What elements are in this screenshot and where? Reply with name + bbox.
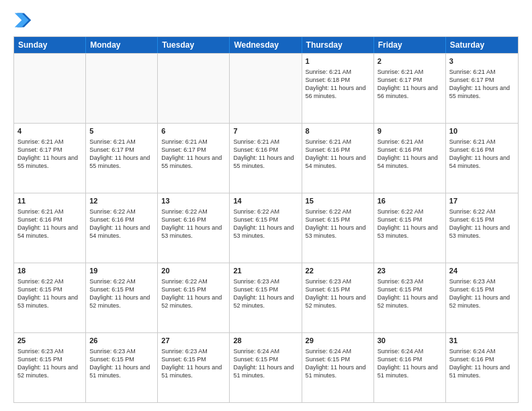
cell-details: Sunrise: 6:21 AMSunset: 6:17 PMDaylight:…: [378, 68, 442, 101]
day-number: 25: [17, 336, 82, 346]
cell-details: Sunrise: 6:22 AMSunset: 6:15 PMDaylight:…: [161, 277, 226, 310]
calendar-cell: 25Sunrise: 6:23 AMSunset: 6:15 PMDayligh…: [14, 333, 86, 402]
calendar-header-cell: Saturday: [446, 37, 518, 53]
calendar-cell: 23Sunrise: 6:23 AMSunset: 6:15 PMDayligh…: [374, 263, 446, 332]
calendar-cell: 27Sunrise: 6:23 AMSunset: 6:15 PMDayligh…: [158, 333, 230, 402]
cell-details: Sunrise: 6:24 AMSunset: 6:15 PMDaylight:…: [306, 347, 370, 380]
cell-details: Sunrise: 6:24 AMSunset: 6:16 PMDaylight:…: [449, 347, 515, 380]
calendar-cell: [158, 54, 230, 123]
cell-details: Sunrise: 6:22 AMSunset: 6:15 PMDaylight:…: [233, 208, 298, 240]
calendar-cell: 8Sunrise: 6:21 AMSunset: 6:16 PMDaylight…: [302, 124, 374, 193]
day-number: 21: [233, 266, 298, 276]
cell-details: Sunrise: 6:21 AMSunset: 6:17 PMDaylight:…: [89, 138, 154, 171]
calendar-cell: [86, 54, 158, 123]
day-number: 8: [306, 126, 370, 136]
day-number: 18: [17, 266, 82, 276]
cell-details: Sunrise: 6:21 AMSunset: 6:16 PMDaylight:…: [306, 138, 370, 171]
calendar-header-cell: Sunday: [14, 37, 86, 53]
calendar-header-cell: Monday: [86, 37, 158, 53]
calendar-cell: 28Sunrise: 6:24 AMSunset: 6:15 PMDayligh…: [230, 333, 302, 402]
cell-details: Sunrise: 6:24 AMSunset: 6:16 PMDaylight:…: [378, 347, 442, 380]
day-number: 6: [161, 126, 226, 136]
cell-details: Sunrise: 6:23 AMSunset: 6:15 PMDaylight:…: [161, 347, 226, 380]
calendar-cell: 15Sunrise: 6:22 AMSunset: 6:15 PMDayligh…: [302, 193, 374, 263]
day-number: 17: [449, 196, 515, 206]
day-number: 4: [17, 126, 82, 136]
cell-details: Sunrise: 6:22 AMSunset: 6:15 PMDaylight:…: [306, 208, 370, 240]
day-number: 19: [89, 266, 154, 276]
cell-details: Sunrise: 6:21 AMSunset: 6:17 PMDaylight:…: [161, 138, 226, 171]
cell-details: Sunrise: 6:21 AMSunset: 6:18 PMDaylight:…: [306, 68, 370, 101]
cell-details: Sunrise: 6:24 AMSunset: 6:15 PMDaylight:…: [233, 347, 298, 380]
day-number: 29: [306, 336, 370, 346]
calendar-cell: 5Sunrise: 6:21 AMSunset: 6:17 PMDaylight…: [86, 124, 158, 193]
calendar-header-cell: Wednesday: [230, 37, 302, 53]
cell-details: Sunrise: 6:23 AMSunset: 6:15 PMDaylight:…: [17, 347, 82, 380]
calendar-header-row: SundayMondayTuesdayWednesdayThursdayFrid…: [14, 37, 518, 53]
cell-details: Sunrise: 6:22 AMSunset: 6:15 PMDaylight:…: [449, 208, 515, 240]
calendar-cell: 3Sunrise: 6:21 AMSunset: 6:17 PMDaylight…: [446, 54, 518, 123]
svg-marker-1: [15, 13, 29, 28]
day-number: 9: [378, 126, 442, 136]
calendar-cell: 12Sunrise: 6:22 AMSunset: 6:16 PMDayligh…: [86, 193, 158, 263]
calendar-cell: 31Sunrise: 6:24 AMSunset: 6:16 PMDayligh…: [446, 333, 518, 402]
day-number: 5: [89, 126, 154, 136]
cell-details: Sunrise: 6:21 AMSunset: 6:17 PMDaylight:…: [449, 68, 515, 101]
calendar-cell: 20Sunrise: 6:22 AMSunset: 6:15 PMDayligh…: [158, 263, 230, 332]
calendar-cell: 1Sunrise: 6:21 AMSunset: 6:18 PMDaylight…: [302, 54, 374, 123]
calendar-cell: 24Sunrise: 6:23 AMSunset: 6:15 PMDayligh…: [446, 263, 518, 332]
calendar: SundayMondayTuesdayWednesdayThursdayFrid…: [13, 36, 519, 403]
calendar-cell: 2Sunrise: 6:21 AMSunset: 6:17 PMDaylight…: [374, 54, 446, 123]
day-number: 12: [89, 196, 154, 206]
day-number: 11: [17, 196, 82, 206]
calendar-cell: 14Sunrise: 6:22 AMSunset: 6:15 PMDayligh…: [230, 193, 302, 263]
calendar-row: 18Sunrise: 6:22 AMSunset: 6:15 PMDayligh…: [14, 263, 518, 332]
calendar-cell: 4Sunrise: 6:21 AMSunset: 6:17 PMDaylight…: [14, 124, 86, 193]
calendar-cell: 13Sunrise: 6:22 AMSunset: 6:16 PMDayligh…: [158, 193, 230, 263]
calendar-cell: [230, 54, 302, 123]
calendar-cell: 10Sunrise: 6:21 AMSunset: 6:16 PMDayligh…: [446, 124, 518, 193]
cell-details: Sunrise: 6:22 AMSunset: 6:16 PMDaylight:…: [89, 208, 154, 240]
calendar-cell: 21Sunrise: 6:23 AMSunset: 6:15 PMDayligh…: [230, 263, 302, 332]
page: SundayMondayTuesdayWednesdayThursdayFrid…: [0, 0, 532, 411]
calendar-cell: 18Sunrise: 6:22 AMSunset: 6:15 PMDayligh…: [14, 263, 86, 332]
day-number: 7: [233, 126, 298, 136]
calendar-cell: 6Sunrise: 6:21 AMSunset: 6:17 PMDaylight…: [158, 124, 230, 193]
day-number: 22: [306, 266, 370, 276]
day-number: 30: [378, 336, 442, 346]
calendar-header-cell: Tuesday: [158, 37, 230, 53]
cell-details: Sunrise: 6:23 AMSunset: 6:15 PMDaylight:…: [233, 277, 298, 310]
calendar-cell: 16Sunrise: 6:22 AMSunset: 6:15 PMDayligh…: [374, 193, 446, 263]
cell-details: Sunrise: 6:22 AMSunset: 6:16 PMDaylight:…: [161, 208, 226, 240]
calendar-header-cell: Thursday: [302, 37, 374, 53]
calendar-header-cell: Friday: [374, 37, 446, 53]
day-number: 13: [161, 196, 226, 206]
day-number: 14: [233, 196, 298, 206]
calendar-cell: 30Sunrise: 6:24 AMSunset: 6:16 PMDayligh…: [374, 333, 446, 402]
cell-details: Sunrise: 6:22 AMSunset: 6:15 PMDaylight:…: [89, 277, 154, 310]
cell-details: Sunrise: 6:23 AMSunset: 6:15 PMDaylight:…: [89, 347, 154, 380]
cell-details: Sunrise: 6:23 AMSunset: 6:15 PMDaylight:…: [378, 277, 442, 310]
cell-details: Sunrise: 6:23 AMSunset: 6:15 PMDaylight:…: [306, 277, 370, 310]
day-number: 31: [449, 336, 515, 346]
cell-details: Sunrise: 6:21 AMSunset: 6:17 PMDaylight:…: [17, 138, 82, 171]
day-number: 10: [449, 126, 515, 136]
calendar-cell: 7Sunrise: 6:21 AMSunset: 6:16 PMDaylight…: [230, 124, 302, 193]
day-number: 26: [89, 336, 154, 346]
calendar-cell: 11Sunrise: 6:21 AMSunset: 6:16 PMDayligh…: [14, 193, 86, 263]
header: [13, 11, 519, 30]
calendar-row: 1Sunrise: 6:21 AMSunset: 6:18 PMDaylight…: [14, 53, 518, 123]
cell-details: Sunrise: 6:21 AMSunset: 6:16 PMDaylight:…: [378, 138, 442, 171]
calendar-cell: 29Sunrise: 6:24 AMSunset: 6:15 PMDayligh…: [302, 333, 374, 402]
calendar-body: 1Sunrise: 6:21 AMSunset: 6:18 PMDaylight…: [14, 53, 518, 402]
day-number: 23: [378, 266, 442, 276]
cell-details: Sunrise: 6:23 AMSunset: 6:15 PMDaylight:…: [449, 277, 515, 310]
cell-details: Sunrise: 6:22 AMSunset: 6:15 PMDaylight:…: [17, 277, 82, 310]
logo: [13, 11, 35, 30]
day-number: 28: [233, 336, 298, 346]
day-number: 27: [161, 336, 226, 346]
cell-details: Sunrise: 6:22 AMSunset: 6:15 PMDaylight:…: [378, 208, 442, 240]
calendar-cell: 19Sunrise: 6:22 AMSunset: 6:15 PMDayligh…: [86, 263, 158, 332]
day-number: 2: [378, 56, 442, 66]
cell-details: Sunrise: 6:21 AMSunset: 6:16 PMDaylight:…: [17, 208, 82, 240]
